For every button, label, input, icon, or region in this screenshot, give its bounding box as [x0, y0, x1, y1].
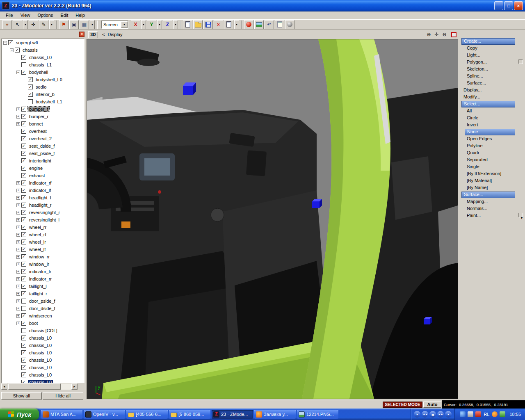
visibility-checkbox[interactable]: ✓: [21, 195, 26, 200]
expand-icon[interactable]: +: [16, 299, 20, 303]
visibility-checkbox[interactable]: ✓: [21, 380, 26, 383]
hide-all-button[interactable]: Hide all: [43, 392, 83, 399]
panel-button-open-edges[interactable]: Open Edges: [465, 136, 515, 142]
grid-icon[interactable]: ▦: [80, 20, 89, 29]
axes-mode-icon[interactable]: ⌖: [2, 20, 12, 29]
visibility-checkbox[interactable]: ✓: [21, 321, 26, 326]
views-menu-arrow-icon[interactable]: ▼: [90, 20, 95, 29]
helper-cube-2[interactable]: [312, 199, 322, 208]
menu-item-view[interactable]: View: [17, 12, 34, 18]
expand-icon[interactable]: +: [16, 292, 20, 296]
view-mode-combo[interactable]: Screen▼: [101, 21, 128, 29]
viewport-mode-label[interactable]: Display: [107, 32, 122, 37]
tree-item-indicator-rr[interactable]: +✓indicator_rr: [2, 275, 84, 283]
stop-button[interactable]: ■: [445, 411, 452, 418]
panel-button-select[interactable]: Select...: [461, 101, 515, 107]
expand-icon[interactable]: +: [16, 203, 20, 207]
tree-item-chassis-l0[interactable]: ✓chassis_L0: [2, 54, 84, 61]
visibility-checkbox[interactable]: ✓: [28, 77, 33, 82]
panel-button-separated[interactable]: Separated: [465, 157, 515, 163]
open-file-icon[interactable]: [193, 20, 203, 29]
zoom-in-icon[interactable]: ⊕: [425, 31, 433, 38]
expand-icon[interactable]: +: [16, 107, 20, 111]
panel-button-mapping[interactable]: Mapping...: [465, 199, 515, 205]
axis-z-arrow-icon[interactable]: ▼: [173, 20, 178, 29]
visibility-checkbox[interactable]: ✓: [21, 210, 26, 215]
taskbar-task-23-zmode[interactable]: 23 - ZMode...: [212, 410, 253, 419]
panel-button-quadr[interactable]: Quadr: [465, 150, 515, 156]
tree-item-boot[interactable]: +✓boot: [2, 320, 84, 327]
visibility-checkbox[interactable]: ✓: [21, 247, 26, 252]
translate-tool-icon[interactable]: ✛: [29, 20, 38, 29]
visibility-checkbox[interactable]: ✓: [21, 55, 26, 60]
menu-item-file[interactable]: File: [2, 12, 17, 18]
firefox-tray-icon[interactable]: [492, 411, 498, 417]
select-menu-arrow-icon[interactable]: ▼: [23, 20, 28, 29]
viewport-3d-tab[interactable]: 3D: [88, 31, 98, 38]
visibility-checkbox[interactable]: ✓: [21, 70, 26, 75]
taskbar-task-12214-png[interactable]: 12214.PNG...: [297, 410, 338, 419]
tree-item-bumper-r[interactable]: +✓bumper_r: [2, 113, 84, 120]
tree-item-interiorlight[interactable]: ✓interiorlight: [2, 157, 84, 164]
auto-toggle[interactable]: Auto: [423, 402, 441, 408]
tree-item-indicator-lr[interactable]: +✓indicator_lr: [2, 268, 84, 275]
tree-item-overheat[interactable]: ✓overheat: [2, 128, 84, 135]
tree-item-wheel-rf[interactable]: +✓wheel_rf: [2, 231, 84, 238]
visibility-checkbox[interactable]: ✓: [21, 217, 26, 222]
tree-item-chassis-l0[interactable]: ✓chassis_L0: [2, 342, 84, 349]
tree-item-exhaust[interactable]: ✓exhaust: [2, 172, 84, 179]
visibility-checkbox[interactable]: [21, 62, 26, 67]
visibility-checkbox[interactable]: ✓: [21, 136, 26, 141]
tree-item-interior-b[interactable]: ✓interior_b: [2, 91, 84, 98]
visibility-checkbox[interactable]: ✓: [21, 313, 26, 318]
select-tool-icon[interactable]: ↖: [13, 20, 22, 29]
pause-button[interactable]: ▮▮: [429, 411, 436, 418]
antivirus-icon[interactable]: [475, 411, 481, 417]
expand-icon[interactable]: +: [16, 277, 20, 281]
visibility-checkbox[interactable]: [21, 306, 26, 311]
panel-button-surface[interactable]: Surface...: [461, 192, 515, 198]
texture-browser-icon[interactable]: [254, 20, 264, 29]
visibility-checkbox[interactable]: ✓: [15, 48, 20, 52]
draw-menu-arrow-icon[interactable]: ▼: [49, 20, 54, 29]
visibility-checkbox[interactable]: ✓: [21, 240, 26, 244]
volume-icon[interactable]: [468, 411, 473, 417]
tree-item-wheel-rr[interactable]: +✓wheel_rr: [2, 224, 84, 231]
axis-y-button[interactable]: Y: [147, 20, 156, 29]
tree-item-bodyshell-l0[interactable]: ✓bodyshell_L0: [2, 76, 84, 83]
tree-item-seat-dside-f[interactable]: ✓seat_dside_f: [2, 142, 84, 150]
panel-button-spline[interactable]: Spline...: [465, 73, 515, 80]
visibility-checkbox[interactable]: ✓: [21, 365, 26, 370]
visibility-checkbox[interactable]: ✓: [21, 276, 26, 281]
expand-icon[interactable]: +: [16, 122, 20, 126]
panel-button-circle[interactable]: Circle: [465, 115, 515, 121]
panel-button-light[interactable]: Light...: [465, 52, 515, 59]
tree-item-wheel-lr[interactable]: +✓wheel_lr: [2, 238, 84, 246]
material-editor-icon[interactable]: [244, 20, 253, 29]
log-icon[interactable]: [275, 20, 284, 29]
panel-button-by-id-extension[interactable]: [By ID/Extension]: [465, 171, 515, 177]
tree-item-chassis-col[interactable]: chassis [COL]: [2, 327, 84, 334]
visibility-checkbox[interactable]: ✓: [21, 166, 26, 171]
menu-item-options[interactable]: Options: [34, 12, 57, 18]
delete-icon[interactable]: ×: [214, 20, 223, 29]
viewport-canvas[interactable]: y: [87, 39, 458, 399]
taskbar-task-openiv-v[interactable]: OpenIV - v...: [84, 410, 125, 419]
minimize-button[interactable]: ─: [494, 1, 503, 10]
expand-icon[interactable]: +: [16, 307, 20, 310]
panel-button-polygon[interactable]: Polygon...: [465, 59, 515, 66]
close-button[interactable]: ×: [514, 1, 523, 10]
draw-tool-icon[interactable]: ✎: [39, 20, 48, 29]
tree-horizontal-scrollbar[interactable]: ◄ ►: [1, 383, 78, 390]
expand-icon[interactable]: +: [16, 226, 20, 229]
visibility-checkbox[interactable]: ✓: [28, 84, 33, 89]
visibility-checkbox[interactable]: ✓: [21, 151, 26, 156]
visibility-checkbox[interactable]: [28, 99, 33, 104]
visibility-checkbox[interactable]: ✓: [21, 350, 26, 355]
prev-button[interactable]: ◄◄: [422, 411, 428, 418]
import-icon[interactable]: [224, 20, 233, 29]
language-indicator[interactable]: RL: [484, 412, 489, 417]
expand-icon[interactable]: +: [16, 248, 20, 251]
panel-button-copy[interactable]: Copy: [465, 45, 515, 52]
collapse-icon[interactable]: −: [3, 41, 7, 45]
